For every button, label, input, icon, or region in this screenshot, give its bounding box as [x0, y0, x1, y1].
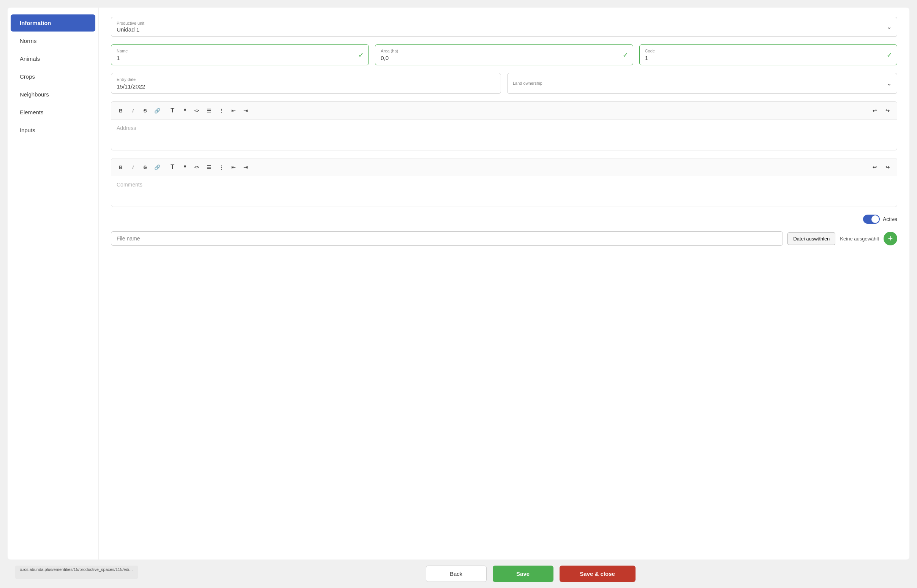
comments-ul-button[interactable]: ☰ [203, 162, 215, 173]
address-format-group: B I S 🔗 [115, 105, 163, 116]
name-area-code-group: Name ✓ Area (ha) ✓ Code ✓ [111, 44, 897, 65]
active-row: Active [111, 215, 897, 224]
add-file-button[interactable]: + [883, 232, 897, 246]
save-close-button[interactable]: Save & close [560, 565, 636, 582]
file-name-input[interactable] [111, 231, 783, 246]
code-field-box: Code ✓ [639, 44, 897, 65]
address-ul-button[interactable]: ☰ [203, 105, 215, 116]
comments-blockquote-button[interactable]: ❝ [179, 162, 191, 173]
address-undo-button[interactable]: ↩ [869, 105, 880, 116]
address-indent-left-button[interactable]: ⇤ [228, 105, 239, 116]
active-toggle[interactable] [863, 215, 880, 224]
comments-indent-right-button[interactable]: ⇥ [240, 162, 251, 173]
name-field-box: Name ✓ [111, 44, 369, 65]
entry-date-label: Entry date [116, 77, 496, 82]
comments-toolbar: B I S 🔗 T ❝ <> ☰ ⋮ ⇤ ⇥ [111, 158, 897, 176]
save-button[interactable]: Save [493, 565, 554, 582]
productive-unit-select[interactable]: Productive unit Unidad 1 ⌄ [111, 17, 897, 37]
address-textsize-button[interactable]: T [167, 105, 178, 116]
comments-format-group: B I S 🔗 [115, 162, 163, 173]
area-label: Area (ha) [381, 48, 627, 53]
address-redo-button[interactable]: ↪ [881, 105, 893, 116]
file-no-chosen-text: Keine ausgewählt [840, 236, 879, 242]
name-input[interactable] [116, 55, 363, 61]
main-content: Productive unit Unidad 1 ⌄ Name ✓ Area (… [99, 8, 909, 559]
active-label: Active [883, 216, 897, 222]
comments-undo-button[interactable]: ↩ [869, 162, 880, 173]
url-bar: o.ics.abunda.plus/en/entities/15/product… [15, 565, 138, 579]
name-label: Name [116, 48, 363, 53]
comments-rte: B I S 🔗 T ❝ <> ☰ ⋮ ⇤ ⇥ [111, 158, 897, 207]
comments-link-button[interactable]: 🔗 [152, 162, 163, 173]
address-code-button[interactable]: <> [191, 105, 202, 116]
code-check-icon: ✓ [886, 51, 892, 59]
sidebar-item-norms[interactable]: Norms [11, 32, 95, 49]
address-link-button[interactable]: 🔗 [152, 105, 163, 116]
comments-strikethrough-button[interactable]: S [139, 162, 151, 173]
address-placeholder: Address [116, 125, 136, 131]
code-label: Code [645, 48, 891, 53]
land-ownership-label: Land ownership [513, 81, 542, 86]
comments-content[interactable]: Comments [111, 176, 897, 207]
comments-bold-button[interactable]: B [115, 162, 126, 173]
sidebar-item-crops[interactable]: Crops [11, 68, 95, 85]
comments-block-group: T ❝ <> ☰ ⋮ ⇤ ⇥ [167, 162, 251, 173]
sidebar-item-elements[interactable]: Elements [11, 104, 95, 121]
comments-ol-button[interactable]: ⋮ [215, 162, 227, 173]
address-indent-right-button[interactable]: ⇥ [240, 105, 251, 116]
productive-unit-label: Productive unit [116, 21, 144, 26]
comments-code-button[interactable]: <> [191, 162, 202, 173]
comments-italic-button[interactable]: I [127, 162, 139, 173]
address-blockquote-button[interactable]: ❝ [179, 105, 191, 116]
chevron-down-icon: ⌄ [886, 23, 891, 31]
file-row: Datei auswählen Keine ausgewählt + [111, 231, 897, 246]
land-ownership-select[interactable]: Land ownership ⌄ [507, 73, 897, 94]
date-ownership-row: Entry date Land ownership ⌄ [111, 73, 897, 94]
area-field-box: Area (ha) ✓ [375, 44, 633, 65]
address-block-group: T ❝ <> ☰ ⋮ ⇤ ⇥ [167, 105, 251, 116]
footer: o.ics.abunda.plus/en/entities/15/product… [0, 559, 917, 588]
productive-unit-row: Productive unit Unidad 1 ⌄ [111, 17, 897, 37]
comments-indent-left-button[interactable]: ⇤ [228, 162, 239, 173]
land-ownership-chevron-icon: ⌄ [886, 80, 891, 87]
address-bold-button[interactable]: B [115, 105, 126, 116]
sidebar-item-information[interactable]: Information [11, 15, 95, 32]
productive-unit-value: Unidad 1 [116, 26, 139, 33]
name-check-icon: ✓ [358, 51, 364, 59]
active-toggle-wrapper: Active [863, 215, 897, 224]
address-ol-button[interactable]: ⋮ [215, 105, 227, 116]
sidebar-item-neighbours[interactable]: Neighbours [11, 86, 95, 103]
back-button[interactable]: Back [426, 565, 487, 582]
code-input[interactable] [645, 55, 891, 61]
sidebar-item-animals[interactable]: Animals [11, 50, 95, 67]
comments-placeholder: Comments [116, 182, 142, 187]
address-content[interactable]: Address [111, 120, 897, 150]
comments-history-group: ↩ ↪ [869, 162, 893, 173]
address-toolbar: B I S 🔗 T ❝ <> ☰ ⋮ ⇤ ⇥ [111, 102, 897, 120]
address-rte: B I S 🔗 T ❝ <> ☰ ⋮ ⇤ ⇥ [111, 102, 897, 150]
file-choose-button[interactable]: Datei auswählen [788, 233, 835, 245]
address-strikethrough-button[interactable]: S [139, 105, 151, 116]
comments-redo-button[interactable]: ↪ [881, 162, 893, 173]
address-history-group: ↩ ↪ [869, 105, 893, 116]
entry-date-input[interactable] [116, 83, 496, 90]
comments-textsize-button[interactable]: T [167, 162, 178, 173]
entry-date-field-box: Entry date [111, 73, 501, 94]
area-input[interactable] [381, 55, 627, 61]
area-check-icon: ✓ [623, 51, 628, 59]
address-italic-button[interactable]: I [127, 105, 139, 116]
sidebar-item-inputs[interactable]: Inputs [11, 121, 95, 139]
sidebar: Information Norms Animals Crops Neighbou… [8, 8, 99, 559]
